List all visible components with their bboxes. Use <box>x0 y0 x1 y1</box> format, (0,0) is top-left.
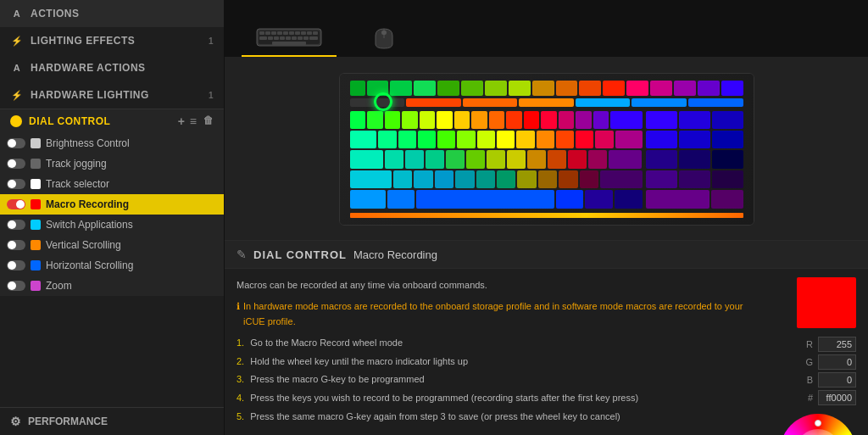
kb-spacebar-row <box>350 190 643 208</box>
b-label: B <box>803 375 813 385</box>
scroll-indicator <box>374 92 392 111</box>
hex-label: # <box>803 393 813 403</box>
step-1-num: 1. <box>236 337 244 348</box>
panel-right: R G B # <box>780 277 856 435</box>
kb-main-area <box>350 111 743 209</box>
hw-actions-label: HARDWARE ACTIONS <box>31 62 146 74</box>
sidebar-item-hardware-lighting[interactable]: ⚡ HARDWARE LIGHTING 1 <box>0 81 224 109</box>
svg-rect-4 <box>271 31 276 35</box>
performance-icon: ⚙ <box>10 415 21 428</box>
track-jogging-toggle[interactable] <box>7 159 25 169</box>
kb-np-row-1 <box>646 111 743 129</box>
kb-row-3 <box>350 150 643 168</box>
rgb-inputs: R G B # <box>803 337 856 405</box>
svg-rect-10 <box>307 31 312 35</box>
track-selector-toggle[interactable] <box>7 179 25 189</box>
svg-rect-5 <box>277 31 282 35</box>
svg-rect-12 <box>259 36 267 40</box>
macro-color <box>31 199 41 209</box>
list-icon[interactable]: ≡ <box>190 114 197 128</box>
hw-lighting-icon: ⚡ <box>10 88 24 102</box>
horizontal-scroll-label: Horizontal Scrolling <box>46 259 214 271</box>
vertical-scroll-label: Vertical Scrolling <box>46 239 214 251</box>
panel-content: Macros can be recorded at any time via o… <box>225 269 868 435</box>
kb-row-1 <box>350 111 643 129</box>
brightness-label: Brightness Control <box>46 137 214 149</box>
panel-text: Macros can be recorded at any time via o… <box>236 277 763 435</box>
rgb-row-hex: # <box>803 390 856 405</box>
warning-icon: ℹ <box>236 298 240 330</box>
lighting-arrow: 1 <box>209 36 214 46</box>
dial-item-macro-recording[interactable]: Macro Recording <box>0 194 224 215</box>
dial-item-track-selector[interactable]: Track selector <box>0 174 224 194</box>
sidebar-item-lighting[interactable]: ⚡ LIGHTING EFFECTS 1 <box>0 27 224 54</box>
kb-main-left <box>350 111 643 209</box>
svg-rect-18 <box>298 36 303 40</box>
vertical-scroll-color <box>31 240 41 250</box>
brightness-color <box>31 138 41 148</box>
horizontal-scroll-toggle[interactable] <box>7 260 25 270</box>
panel-subtitle: Macro Recording <box>353 248 437 261</box>
svg-rect-9 <box>301 31 306 35</box>
kb-np-row-2 <box>646 131 743 148</box>
svg-rect-6 <box>283 31 288 35</box>
panel-header: ✎ DIAL CONTROL Macro Recording <box>225 241 868 269</box>
kb-np-row-4 <box>646 170 743 188</box>
macro-toggle[interactable] <box>7 199 25 209</box>
svg-rect-14 <box>274 36 279 40</box>
delete-icon[interactable]: 🗑 <box>203 114 214 128</box>
r-input[interactable] <box>818 337 856 352</box>
step-5-text: Press the same macro G-key again from st… <box>250 411 620 421</box>
svg-rect-8 <box>295 31 300 35</box>
panel-warning: ℹ In hardware mode macros are recorded t… <box>236 298 763 330</box>
b-input[interactable] <box>818 372 856 388</box>
step-1-text: Go to the Macro Record wheel mode <box>250 337 403 348</box>
svg-rect-11 <box>313 31 318 35</box>
dial-item-track-jogging[interactable]: Track jogging <box>0 153 224 174</box>
add-icon[interactable]: + <box>178 114 185 128</box>
panel-step-5: 5. Press the same macro G-key again from… <box>236 409 763 425</box>
sidebar-item-actions[interactable]: A ACTIONS <box>0 0 224 27</box>
g-label: G <box>803 357 813 367</box>
panel-warning-text: In hardware mode macros are recorded to … <box>243 298 763 330</box>
sidebar: A ACTIONS ⚡ LIGHTING EFFECTS 1 A HARDWAR… <box>0 0 225 435</box>
g-input[interactable] <box>818 354 856 370</box>
svg-rect-13 <box>268 36 273 40</box>
hw-lighting-label: HARDWARE LIGHTING <box>31 89 149 101</box>
dial-item-zoom[interactable]: Zoom <box>0 276 224 296</box>
switch-apps-toggle[interactable] <box>7 220 25 230</box>
step-2-text: Hold the wheel key until the macro indic… <box>250 356 468 366</box>
panel-step-1: 1. Go to the Macro Record wheel mode <box>236 335 763 351</box>
kb-media-row <box>350 98 743 107</box>
dial-item-switch-apps[interactable]: Switch Applications <box>0 215 224 235</box>
zoom-color <box>31 281 41 291</box>
switch-apps-label: Switch Applications <box>46 219 214 231</box>
horizontal-scroll-color <box>31 260 41 270</box>
r-label: R <box>803 339 813 349</box>
device-tab-keyboard[interactable] <box>242 18 337 57</box>
hex-input[interactable] <box>818 390 856 405</box>
keyboard-image <box>255 25 323 50</box>
dial-control-label: DIAL CONTROL <box>29 115 178 127</box>
sidebar-item-performance[interactable]: ⚙ PERFORMANCE <box>0 407 224 435</box>
step-3-num: 3. <box>236 374 244 384</box>
kb-bottom-bar <box>350 213 743 218</box>
color-wheel-container[interactable] <box>780 414 856 435</box>
zoom-toggle[interactable] <box>7 281 25 291</box>
step-4-text: Press the keys you wish to record to be … <box>250 393 638 403</box>
device-tab-mouse[interactable] <box>337 18 431 57</box>
dial-control-header[interactable]: DIAL CONTROL + ≡ 🗑 <box>0 109 224 133</box>
dial-item-brightness[interactable]: Brightness Control <box>0 133 224 153</box>
svg-rect-7 <box>289 31 294 35</box>
sidebar-item-hardware-actions[interactable]: A HARDWARE ACTIONS <box>0 54 224 81</box>
svg-rect-20 <box>309 36 318 40</box>
svg-rect-15 <box>280 36 285 40</box>
panel-edit-icon[interactable]: ✎ <box>236 248 247 261</box>
brightness-toggle[interactable] <box>7 138 25 148</box>
color-preview[interactable] <box>797 277 856 328</box>
dial-item-horizontal-scroll[interactable]: Horizontal Scrolling <box>0 255 224 276</box>
step-4-num: 4. <box>236 393 244 403</box>
dial-item-vertical-scroll[interactable]: Vertical Scrolling <box>0 235 224 255</box>
vertical-scroll-toggle[interactable] <box>7 240 25 250</box>
svg-rect-21 <box>272 42 306 45</box>
